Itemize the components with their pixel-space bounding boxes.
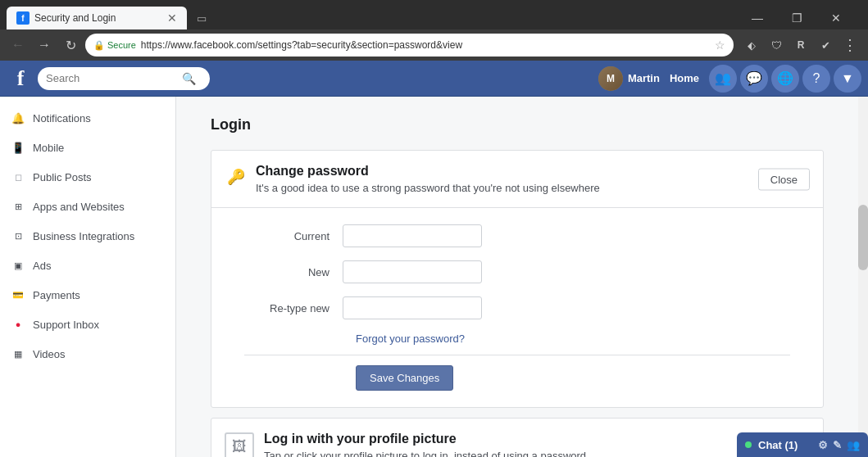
sidebar-label-apps: Apps and Websites (33, 201, 125, 213)
sidebar-label-videos: Videos (33, 348, 66, 360)
chat-label: Chat (1) (758, 439, 798, 451)
current-password-input[interactable] (343, 224, 482, 247)
check-icon[interactable]: ✔ (814, 34, 837, 57)
sidebar-label-ads: Ads (33, 260, 51, 272)
home-button[interactable]: Home (663, 72, 706, 84)
profile-picture-subtitle: Tap or click your profile picture to log… (264, 450, 586, 457)
avatar: M (598, 66, 623, 91)
active-tab[interactable]: f Security and Login ✕ (7, 7, 187, 29)
friends-icon[interactable]: 👥 (709, 65, 737, 93)
save-changes-button[interactable]: Save Changes (356, 365, 453, 391)
close-button[interactable]: ✕ (817, 7, 855, 29)
chat-bar[interactable]: Chat (1) ⚙ ✎ 👥 (737, 432, 868, 457)
sidebar-item-payments[interactable]: 💳 Payments (0, 280, 175, 310)
retype-password-row: Re-type new (244, 296, 790, 319)
new-password-label: New (244, 266, 343, 278)
refresh-button[interactable]: ↻ (59, 34, 82, 57)
extensions-icon[interactable]: ⬖ (740, 34, 763, 57)
main-layout: 🔔 Notifications 📱 Mobile ◻ Public Posts … (0, 97, 868, 457)
sidebar-label-support: Support Inbox (33, 319, 99, 331)
search-box[interactable]: 🔍 (38, 67, 210, 90)
chat-icons: ⚙ ✎ 👥 (818, 439, 860, 451)
bookmark-icon[interactable]: ☆ (715, 38, 725, 52)
photo-icon: 🖼 (232, 438, 247, 455)
sidebar-item-videos[interactable]: ▦ Videos (0, 339, 175, 369)
content-area: Login 🔑 Change password It's a good idea… (176, 97, 858, 457)
facebook-logo: f (7, 65, 34, 93)
tab-title: Security and Login (34, 12, 162, 24)
sidebar-label-notifications: Notifications (33, 112, 91, 124)
divider (244, 355, 790, 355)
profile-picture-icon: 🖼 (225, 432, 254, 458)
facebook-navbar: f 🔍 M Martin Home 👥 💬 🌐 ? ▼ (0, 61, 868, 97)
user-profile-button[interactable]: M Martin (598, 66, 660, 91)
forgot-password-link[interactable]: Forgot your password? (356, 333, 465, 345)
messages-icon[interactable]: 💬 (740, 65, 768, 93)
chat-online-indicator (745, 441, 752, 448)
search-input[interactable] (46, 72, 177, 84)
retype-password-label: Re-type new (244, 302, 343, 314)
tab-close-button[interactable]: ✕ (167, 12, 177, 24)
new-password-row: New (244, 260, 790, 283)
scrollbar-thumb[interactable] (858, 205, 868, 270)
back-button[interactable]: ← (7, 34, 30, 57)
address-text[interactable]: https://www.facebook.com/settings?tab=se… (141, 39, 707, 51)
menu-button[interactable]: ⋮ (838, 34, 861, 57)
minimize-button[interactable]: — (738, 7, 776, 29)
save-button-row: Save Changes (356, 365, 790, 391)
videos-icon: ▦ (10, 346, 26, 362)
shield-icon[interactable]: 🛡 (765, 34, 788, 57)
window-controls: — ❐ ✕ (738, 7, 861, 29)
sidebar-label-mobile: Mobile (33, 142, 64, 154)
apps-icon: ⊞ (10, 198, 26, 215)
panel-subtitle: It's a good idea to use a strong passwor… (256, 182, 810, 194)
sidebar-label-payments: Payments (33, 289, 80, 301)
sidebar-label-business: Business Integrations (33, 230, 134, 242)
forgot-password-row: Forgot your password? (356, 333, 790, 345)
key-icon: 🔑 (225, 165, 248, 188)
change-password-panel: 🔑 Change password It's a good idea to us… (211, 150, 824, 408)
search-icon[interactable]: 🔍 (182, 72, 196, 85)
sidebar: 🔔 Notifications 📱 Mobile ◻ Public Posts … (0, 97, 176, 457)
chat-settings-icon[interactable]: ⚙ (818, 439, 828, 451)
r-icon[interactable]: R (789, 34, 812, 57)
mobile-icon: 📱 (10, 139, 26, 156)
globe-icon[interactable]: 🌐 (771, 65, 799, 93)
maximize-button[interactable]: ❐ (778, 7, 816, 29)
toolbar-icons: ⬖ 🛡 R ✔ ⋮ (740, 34, 861, 57)
panel-body: Current New Re-type new Forgot your pass… (211, 208, 823, 407)
dropdown-arrow-icon[interactable]: ▼ (834, 65, 861, 93)
sidebar-item-apps-websites[interactable]: ⊞ Apps and Websites (0, 192, 175, 221)
public-posts-icon: ◻ (10, 169, 26, 185)
current-password-label: Current (244, 230, 343, 242)
current-password-row: Current (244, 224, 790, 247)
browser-chrome: f Security and Login ✕ ▭ — ❐ ✕ ← → ↻ 🔒 S… (0, 0, 868, 61)
chat-more-icon[interactable]: 👥 (847, 439, 860, 451)
chat-new-message-icon[interactable]: ✎ (833, 439, 842, 451)
forward-button[interactable]: → (33, 34, 56, 57)
help-icon[interactable]: ? (802, 65, 830, 93)
sidebar-item-mobile[interactable]: 📱 Mobile (0, 133, 175, 162)
business-icon: ⊡ (10, 228, 26, 244)
notifications-icon: 🔔 (10, 110, 26, 126)
tab-bar: f Security and Login ✕ ▭ — ❐ ✕ (0, 0, 868, 29)
tab-favicon: f (16, 11, 30, 25)
secure-badge: 🔒 Secure (93, 40, 136, 51)
lock-icon: 🔒 (93, 40, 105, 51)
sidebar-item-notifications[interactable]: 🔔 Notifications (0, 103, 175, 133)
sidebar-item-ads[interactable]: ▣ Ads (0, 251, 175, 280)
new-password-input[interactable] (343, 260, 482, 283)
sidebar-item-support-inbox[interactable]: ● Support Inbox (0, 310, 175, 339)
sidebar-item-business[interactable]: ⊡ Business Integrations (0, 221, 175, 251)
address-field[interactable]: 🔒 Secure https://www.facebook.com/settin… (85, 34, 734, 57)
address-bar-row: ← → ↻ 🔒 Secure https://www.facebook.com/… (0, 29, 868, 61)
scrollbar-track[interactable] (858, 97, 868, 457)
profile-picture-header: 🖼 Log in with your profile picture Tap o… (211, 419, 823, 457)
retype-password-input[interactable] (343, 296, 482, 319)
close-panel-button[interactable]: Close (758, 168, 810, 190)
sidebar-item-public-posts[interactable]: ◻ Public Posts (0, 162, 175, 192)
new-tab-button[interactable]: ▭ (190, 7, 213, 29)
sidebar-label-public-posts: Public Posts (33, 171, 92, 183)
support-icon: ● (10, 316, 26, 333)
ads-icon: ▣ (10, 257, 26, 274)
